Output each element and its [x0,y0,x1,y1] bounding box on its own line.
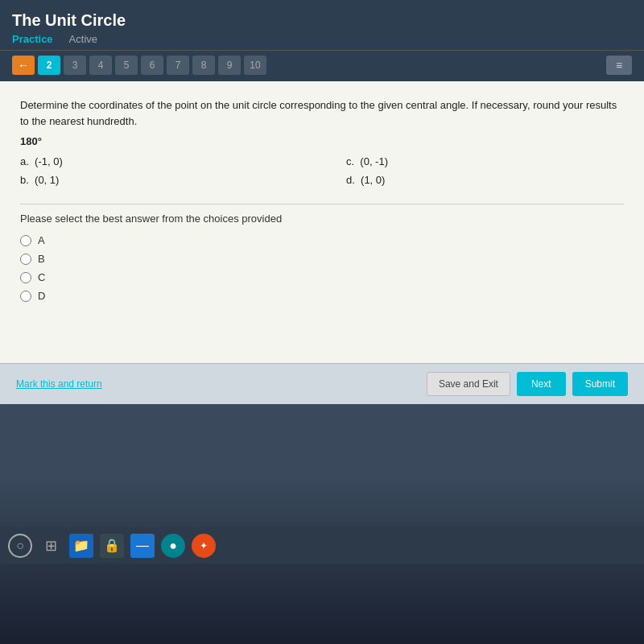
radio-label-d: D [38,290,45,302]
radio-label-a: A [38,234,45,246]
select-prompt: Please select the best answer from the c… [20,213,624,225]
desktop-area: ○ ⊞ 📁 🔒 — ● ✦ [0,475,644,644]
choice-b: b. (0, 1) [20,172,298,188]
next-button[interactable]: Next [517,372,566,396]
start-icon[interactable]: ○ [8,534,32,558]
content-area: Determine the coordinates of the point o… [0,81,644,363]
radio-option-c[interactable]: C [20,271,624,283]
radio-option-b[interactable]: B [20,253,624,265]
nav-btn-10[interactable]: 10 [244,56,266,75]
radio-input-d[interactable] [20,291,31,302]
choice-d-label: d. (1, 0) [346,174,385,186]
nav-btn-3[interactable]: 3 [64,56,86,75]
footer-buttons: Save and Exit Next Submit [427,372,628,396]
lock-icon[interactable]: 🔒 [100,534,124,558]
choices-grid: a. (-1, 0) c. (0, -1) b. (0, 1) d. (1, 0… [20,154,624,188]
settings-icon[interactable]: ≡ [606,56,632,75]
save-exit-button[interactable]: Save and Exit [427,372,510,396]
app-icon-orange[interactable]: ✦ [192,534,216,558]
radio-option-d[interactable]: D [20,290,624,302]
page-title: The Unit Circle [12,6,632,30]
nav-btn-8[interactable]: 8 [192,56,215,75]
choice-d: d. (1, 0) [346,172,624,188]
choice-a-label: a. (-1, 0) [20,155,63,167]
taskbar: ○ ⊞ 📁 🔒 — ● ✦ [0,527,644,564]
divider [20,204,624,204]
active-label: Active [69,33,97,45]
header: The Unit Circle Practice Active [0,0,644,51]
task-view-icon[interactable]: ⊞ [39,534,63,558]
choice-b-label: b. (0, 1) [20,174,59,186]
choice-a: a. (-1, 0) [20,154,298,169]
submit-button[interactable]: Submit [572,372,628,396]
browser-icon[interactable]: — [130,534,155,558]
choice-c: c. (0, -1) [346,154,624,169]
choice-c-label: c. (0, -1) [346,155,388,167]
back-button[interactable]: ← [12,56,35,75]
app-icon-teal[interactable]: ● [161,534,185,558]
radio-input-a[interactable] [20,235,31,246]
nav-btn-7[interactable]: 7 [167,56,189,75]
nav-btn-2[interactable]: 2 [38,56,60,75]
angle-label: 180° [20,135,624,147]
nav-bar: ← 2 3 4 5 6 7 8 9 10 ≡ [0,51,644,81]
radio-label-c: C [38,271,45,283]
nav-btn-6[interactable]: 6 [141,56,163,75]
radio-input-c[interactable] [20,272,31,283]
radio-option-a[interactable]: A [20,234,624,246]
mark-return-button[interactable]: Mark this and return [16,378,102,390]
nav-btn-9[interactable]: 9 [218,56,241,75]
nav-btn-5[interactable]: 5 [115,56,138,75]
footer-bar: Mark this and return Save and Exit Next … [0,363,644,404]
practice-label[interactable]: Practice [12,33,53,45]
radio-label-b: B [38,253,45,265]
file-explorer-icon[interactable]: 📁 [69,534,93,558]
question-instruction: Determine the coordinates of the point o… [20,97,624,129]
radio-group: A B C D [20,234,624,302]
nav-btn-4[interactable]: 4 [89,56,112,75]
radio-input-b[interactable] [20,254,31,265]
